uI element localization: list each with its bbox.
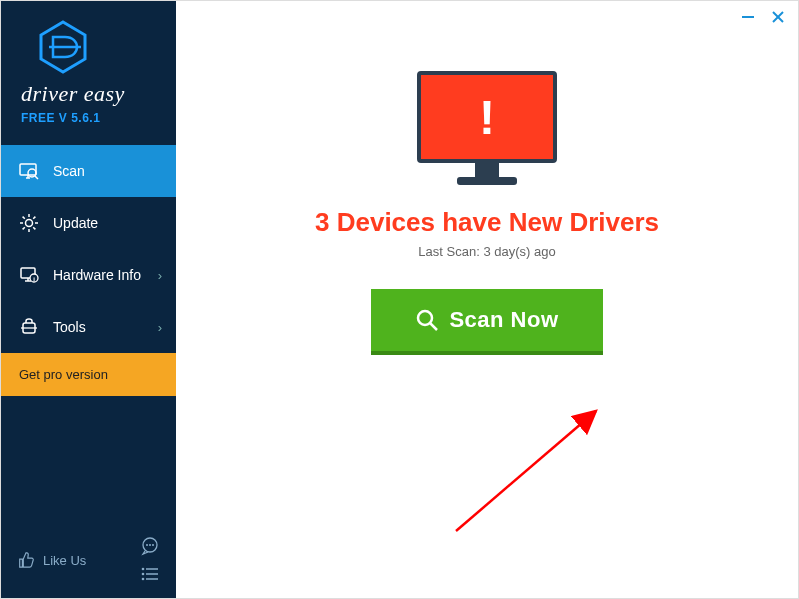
chevron-right-icon: ›	[158, 268, 162, 283]
hardware-icon: i	[19, 265, 39, 285]
scan-icon	[19, 161, 39, 181]
nav-scan-label: Scan	[53, 163, 85, 179]
gear-icon	[19, 213, 39, 233]
close-button[interactable]	[770, 9, 786, 25]
nav-hardware-label: Hardware Info	[53, 267, 141, 283]
svg-line-9	[35, 176, 38, 179]
svg-line-37	[430, 323, 437, 330]
svg-point-30	[142, 568, 145, 571]
minimize-button[interactable]	[740, 9, 756, 25]
sidebar: driver easy FREE V 5.6.1 Scan	[1, 1, 176, 598]
get-pro-button[interactable]: Get pro version	[1, 353, 176, 396]
alert-icon: !	[479, 90, 495, 145]
svg-point-32	[142, 573, 145, 576]
svg-line-39	[456, 411, 596, 531]
nav-update[interactable]: Update	[1, 197, 176, 249]
svg-point-36	[418, 311, 432, 325]
status-headline: 3 Devices have New Drivers	[196, 207, 778, 238]
svg-line-16	[33, 227, 35, 229]
main-panel: ! 3 Devices have New Drivers Last Scan: …	[176, 1, 798, 598]
scan-now-button[interactable]: Scan Now	[371, 289, 602, 355]
menu-list-icon[interactable]	[140, 564, 160, 584]
get-pro-label: Get pro version	[19, 367, 108, 382]
scan-now-label: Scan Now	[449, 307, 558, 333]
like-us-button[interactable]: Like Us	[17, 551, 86, 569]
alert-monitor-graphic: !	[417, 71, 557, 185]
svg-line-18	[33, 217, 35, 219]
svg-point-8	[28, 169, 36, 177]
svg-line-15	[23, 217, 25, 219]
annotation-arrow	[446, 401, 626, 541]
nav-tools-label: Tools	[53, 319, 86, 335]
svg-point-34	[142, 578, 145, 581]
svg-point-10	[26, 220, 33, 227]
nav-tools[interactable]: Tools ›	[1, 301, 176, 353]
last-scan-text: Last Scan: 3 day(s) ago	[196, 244, 778, 259]
logo-area: driver easy FREE V 5.6.1	[1, 1, 176, 137]
svg-point-28	[149, 544, 151, 546]
svg-line-17	[23, 227, 25, 229]
nav-scan[interactable]: Scan	[1, 145, 176, 197]
thumbs-up-icon	[17, 551, 35, 569]
feedback-icon[interactable]	[140, 536, 160, 556]
nav-update-label: Update	[53, 215, 98, 231]
svg-point-27	[146, 544, 148, 546]
like-us-label: Like Us	[43, 553, 86, 568]
nav-hardware[interactable]: i Hardware Info ›	[1, 249, 176, 301]
chevron-right-icon: ›	[158, 320, 162, 335]
tools-icon	[19, 317, 39, 337]
search-icon	[415, 308, 439, 332]
logo-icon	[35, 19, 91, 75]
brand-name: driver easy	[21, 81, 156, 107]
version-label: FREE V 5.6.1	[21, 111, 156, 125]
svg-point-29	[152, 544, 154, 546]
